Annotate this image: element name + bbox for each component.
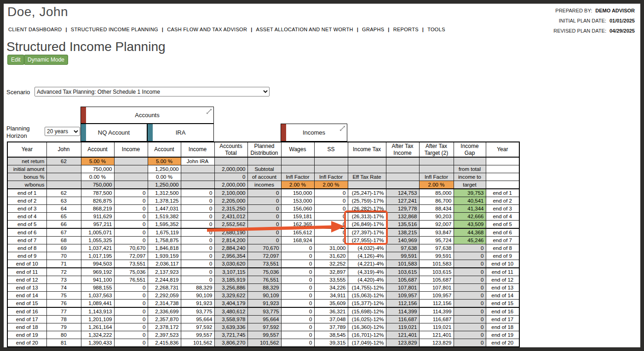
- cell: 153,000: [281, 197, 314, 205]
- cell: end of 8: [7, 244, 46, 252]
- total-cell: 455,090: [314, 347, 348, 347]
- prepared-by-value: DEMO ADVISOR: [595, 8, 635, 13]
- nav-item-asset-allocation-and-net-worth[interactable]: ASSET ALLOCATION AND NET WORTH: [256, 27, 353, 32]
- cell: end of 6: [7, 228, 46, 237]
- incomes-expand-icon[interactable]: [339, 125, 345, 131]
- cell: 72,097: [114, 252, 148, 260]
- cell: end of 12: [486, 276, 519, 284]
- cell: 0: [281, 244, 314, 252]
- cell: 97,592: [247, 323, 281, 331]
- cell: 75,036: [247, 268, 281, 276]
- nav-item-client-dashboard[interactable]: CLIENT DASHBOARD: [8, 27, 62, 32]
- nav-separator: |: [357, 27, 358, 32]
- ira-drag-handle[interactable]: [148, 124, 153, 141]
- cell: 2,814,200: [214, 237, 247, 244]
- accounts-drag-handle[interactable]: [81, 107, 86, 123]
- accounts-expand-icon[interactable]: [206, 108, 212, 114]
- cell: 0: [181, 189, 214, 197]
- cell: 1,201,109: [81, 316, 114, 323]
- cell: 3,480,612: [214, 307, 247, 316]
- cell: 2,884,240: [214, 244, 247, 252]
- cell: (26,849)-17%: [348, 221, 386, 229]
- cell: 0: [314, 213, 348, 221]
- column-header-row: YearJohnAccountIncomeAccountIncomeAccoun…: [7, 142, 519, 157]
- setup-cell[interactable]: 2.00 %: [419, 181, 454, 189]
- cell: 0: [181, 197, 214, 205]
- cell: 0: [181, 260, 214, 268]
- setup-cell[interactable]: 750,000: [81, 165, 114, 173]
- cell: end of 7: [486, 237, 519, 244]
- cell: 90,203: [419, 213, 454, 221]
- cell: 3,256,886: [214, 284, 247, 292]
- cell: 0: [281, 252, 314, 260]
- planning-table: YearJohnAccountIncomeAccountIncomeAccoun…: [7, 142, 520, 347]
- cell: 77: [46, 307, 81, 316]
- cell: 62: [46, 189, 81, 197]
- cell: 0: [114, 316, 148, 323]
- total-cell: 367,906: [114, 347, 148, 347]
- setup-cell: [281, 165, 314, 173]
- plan-meta: PREPARED BY: DEMO ADVISOR INITIAL PLAN D…: [553, 8, 635, 38]
- setup-cell: [114, 173, 148, 181]
- incomes-group-header: Incomes: [281, 124, 347, 142]
- total-cell: [81, 347, 114, 347]
- setup-cell: 0: [214, 173, 247, 181]
- planning-horizon-select[interactable]: 20 years: [45, 127, 80, 136]
- incomes-drag-handle[interactable]: [281, 124, 286, 141]
- cell: end of 16: [7, 307, 46, 316]
- cell: 99,557: [181, 331, 214, 339]
- cell: 150,000: [281, 189, 314, 197]
- cell: 2,552,562: [214, 221, 247, 229]
- cell: 2,336,699: [148, 307, 181, 316]
- cell: 0: [454, 268, 486, 276]
- cell: 911,629: [81, 213, 114, 221]
- nav-item-cash-flow-and-tax-advisor[interactable]: CASH FLOW AND TAX ADVISOR: [167, 27, 247, 32]
- table-row-2: end of 263826,87501,378,12502,205,000015…: [7, 197, 519, 205]
- table-row-11: end of 1172969,19275,0362,137,92303,107,…: [7, 268, 519, 276]
- cell: 73: [46, 276, 81, 284]
- setup-cell[interactable]: 5.00 %: [81, 157, 114, 165]
- setup-row-net-return: net return625.00 %5.00 %John IRA: [7, 157, 519, 165]
- cell: 42,666: [454, 213, 486, 221]
- cell: 0: [281, 260, 314, 268]
- cell: 0: [281, 307, 314, 316]
- setup-cell: [114, 181, 148, 189]
- total-cell: 2,362,703: [386, 347, 419, 347]
- nq-account-drag-handle[interactable]: [81, 124, 86, 141]
- cell: 0: [281, 316, 314, 323]
- cell: 101,583: [419, 260, 454, 268]
- nav-item-tools[interactable]: TOOLS: [427, 27, 445, 32]
- setup-cell: [114, 165, 148, 173]
- setup-cell: initial amount: [7, 165, 46, 173]
- nq-account-group-label: NQ Account: [98, 129, 130, 136]
- total-cell: 297,426: [454, 347, 486, 347]
- nav-item-reports[interactable]: REPORTS: [393, 27, 419, 32]
- table-row-6: end of 6671,005,07101,675,11902,680,1900…: [7, 228, 519, 237]
- cell: end of 12: [7, 276, 46, 284]
- initial-plan-date-value: 01/01/2025: [610, 18, 635, 23]
- cell: 101,583: [386, 260, 419, 268]
- setup-cell: [419, 165, 454, 173]
- setup-cell[interactable]: 5.00 %: [148, 157, 181, 165]
- setup-cell[interactable]: 0.00 %: [148, 173, 181, 181]
- setup-cell[interactable]: 1,250,000: [148, 165, 181, 173]
- cell: end of 11: [7, 268, 46, 276]
- cell: 75,036: [114, 268, 148, 276]
- setup-cell[interactable]: 0.00 %: [81, 173, 114, 181]
- cell: 129,778: [386, 205, 419, 213]
- cell: 64: [46, 205, 81, 213]
- setup-cell[interactable]: 2.00 %: [314, 181, 348, 189]
- cell: 168,924: [281, 237, 314, 244]
- setup-cell: net return: [7, 157, 46, 165]
- nav-item-graphs[interactable]: GRAPHS: [362, 27, 384, 32]
- cell: 0: [181, 244, 214, 252]
- setup-cell[interactable]: John IRA: [181, 157, 214, 165]
- scenario-select[interactable]: Advanced Tax Planning: Other Schedule 1 …: [34, 87, 270, 96]
- edit-button[interactable]: Edit: [7, 55, 24, 65]
- setup-cell[interactable]: 2.00 %: [281, 181, 314, 189]
- nav-item-structured-income-planning[interactable]: STRUCTURED INCOME PLANNING: [71, 27, 158, 32]
- setup-cell: of account: [247, 173, 281, 181]
- dynamic-mode-button[interactable]: Dynamic Mode: [24, 55, 68, 65]
- cell: 33,555: [314, 276, 348, 284]
- cell: 36,321: [314, 307, 348, 316]
